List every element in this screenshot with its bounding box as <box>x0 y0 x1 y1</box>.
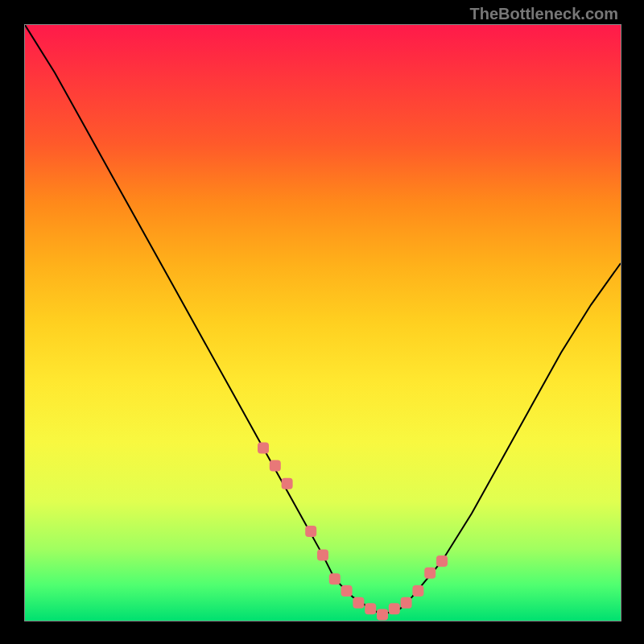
marker-point <box>436 555 448 567</box>
chart-container: TheBottleneck.com <box>0 0 644 644</box>
curve-svg <box>25 25 621 621</box>
marker-point <box>329 573 341 584</box>
marker-point <box>353 597 364 609</box>
marker-point <box>341 585 353 597</box>
plot-area <box>24 24 621 621</box>
marker-point <box>412 585 423 597</box>
marker-point <box>305 526 316 537</box>
marker-point <box>377 609 388 621</box>
marker-point <box>270 460 281 472</box>
watermark-label: TheBottleneck.com <box>470 5 618 23</box>
marker-point <box>317 550 328 561</box>
marker-point <box>389 603 400 614</box>
marker-point <box>282 478 293 489</box>
highlighted-points <box>258 442 448 620</box>
marker-point <box>424 568 436 579</box>
marker-point <box>401 597 412 609</box>
bottleneck-curve <box>25 25 621 615</box>
marker-point <box>365 603 376 614</box>
marker-point <box>258 442 269 453</box>
